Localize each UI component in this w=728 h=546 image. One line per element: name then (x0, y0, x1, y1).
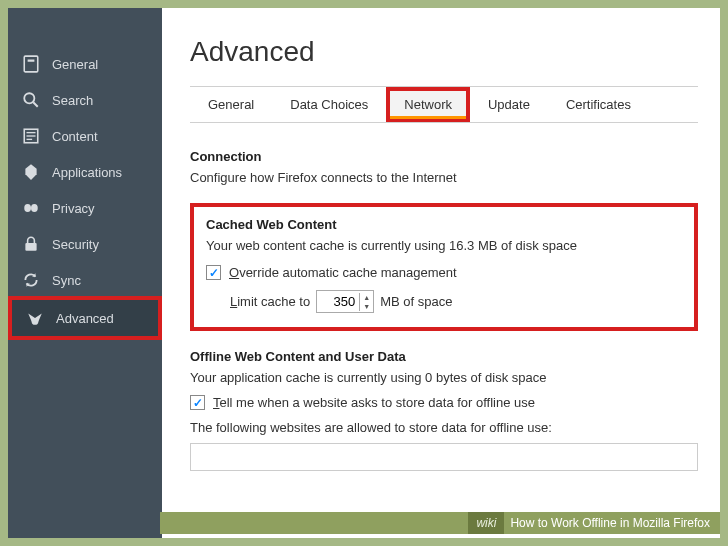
tab-general[interactable]: General (190, 87, 272, 122)
sidebar: General Search Content Applications Priv… (8, 8, 162, 538)
offline-section: Offline Web Content and User Data Your a… (190, 349, 698, 471)
sidebar-item-applications[interactable]: Applications (8, 154, 162, 190)
sidebar-item-label: General (52, 57, 98, 72)
sidebar-item-content[interactable]: Content (8, 118, 162, 154)
svg-line-3 (33, 102, 38, 107)
cached-status: Your web content cache is currently usin… (206, 238, 682, 253)
svg-rect-0 (24, 56, 38, 72)
sidebar-item-label: Privacy (52, 201, 95, 216)
applications-icon (22, 163, 40, 181)
connection-title: Connection (190, 149, 698, 164)
general-icon (22, 55, 40, 73)
sync-icon (22, 271, 40, 289)
page-title: Advanced (190, 36, 698, 68)
footer-bar: wiki How to Work Offline in Mozilla Fire… (160, 512, 720, 534)
connection-section: Connection Configure how Firefox connect… (190, 149, 698, 185)
sidebar-item-label: Content (52, 129, 98, 144)
sidebar-item-label: Search (52, 93, 93, 108)
offline-title: Offline Web Content and User Data (190, 349, 698, 364)
svg-rect-1 (28, 60, 35, 62)
sidebar-item-label: Applications (52, 165, 122, 180)
svg-point-2 (24, 93, 34, 103)
override-cache-row[interactable]: ✓ Override automatic cache management (206, 265, 682, 280)
sidebar-item-label: Advanced (56, 311, 114, 326)
tell-me-row[interactable]: ✓ Tell me when a website asks to store d… (190, 395, 698, 410)
sidebar-item-general[interactable]: General (8, 46, 162, 82)
spinner-down[interactable]: ▼ (360, 302, 373, 311)
sidebar-item-sync[interactable]: Sync (8, 262, 162, 298)
main-panel: Advanced General Data Choices Network Up… (162, 8, 720, 538)
cached-title: Cached Web Content (206, 217, 682, 232)
wiki-badge: wiki (468, 512, 504, 534)
allowed-label: The following websites are allowed to st… (190, 420, 698, 435)
tab-network[interactable]: Network (386, 87, 470, 122)
svg-rect-10 (25, 243, 36, 251)
preferences-window: General Search Content Applications Priv… (8, 8, 720, 538)
limit-cache-input[interactable] (317, 291, 359, 312)
sidebar-item-search[interactable]: Search (8, 82, 162, 118)
svg-point-8 (24, 204, 31, 212)
allowed-websites-list[interactable] (190, 443, 698, 471)
tab-certificates[interactable]: Certificates (548, 87, 649, 122)
sidebar-item-security[interactable]: Security (8, 226, 162, 262)
limit-cache-row: Limit cache to ▲ ▼ MB of space (206, 290, 682, 313)
tab-update[interactable]: Update (470, 87, 548, 122)
sidebar-item-privacy[interactable]: Privacy (8, 190, 162, 226)
sidebar-item-advanced[interactable]: Advanced (12, 300, 158, 336)
search-icon (22, 91, 40, 109)
limit-cache-spinner[interactable]: ▲ ▼ (316, 290, 374, 313)
lock-icon (22, 235, 40, 253)
cached-web-content-section: Cached Web Content Your web content cach… (190, 203, 698, 331)
sidebar-item-label: Security (52, 237, 99, 252)
override-cache-checkbox[interactable]: ✓ (206, 265, 221, 280)
svg-point-9 (31, 204, 38, 212)
tab-bar: General Data Choices Network Update Cert… (190, 86, 698, 123)
content-icon (22, 127, 40, 145)
limit-suffix: MB of space (380, 294, 452, 309)
footer-text: How to Work Offline in Mozilla Firefox (510, 516, 710, 530)
tell-me-checkbox[interactable]: ✓ (190, 395, 205, 410)
advanced-icon (26, 309, 44, 327)
tab-data-choices[interactable]: Data Choices (272, 87, 386, 122)
sidebar-item-label: Sync (52, 273, 81, 288)
offline-status: Your application cache is currently usin… (190, 370, 698, 385)
privacy-icon (22, 199, 40, 217)
connection-text: Configure how Firefox connects to the In… (190, 170, 698, 185)
spinner-up[interactable]: ▲ (360, 293, 373, 302)
